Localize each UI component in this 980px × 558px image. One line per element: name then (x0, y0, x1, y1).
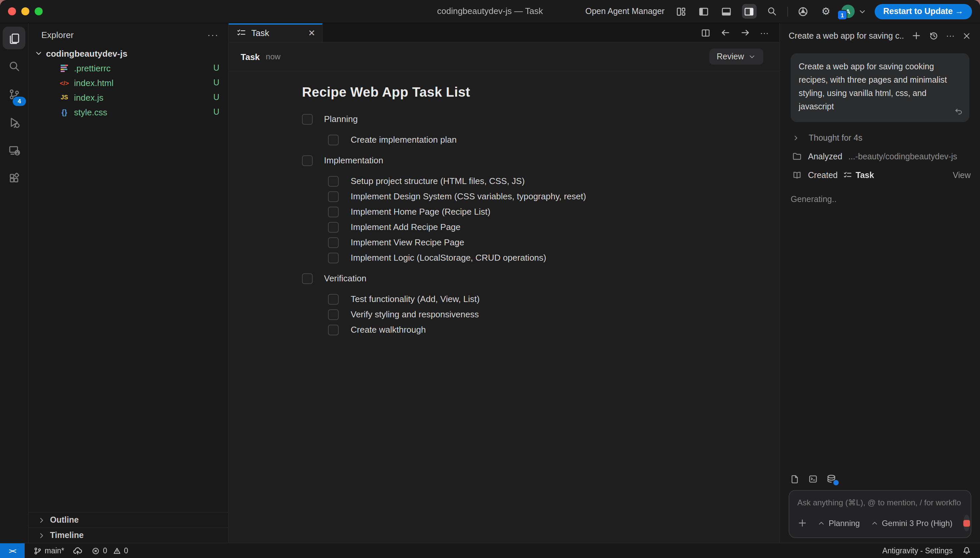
outline-section-header[interactable]: Outline (29, 512, 228, 527)
task-title: Task (241, 52, 260, 62)
toggle-secondary-sidebar-icon[interactable] (742, 4, 757, 19)
task-item-row[interactable]: Implementation (302, 153, 759, 168)
task-checkbox[interactable] (328, 222, 339, 232)
task-checkbox[interactable] (328, 206, 339, 217)
toggle-panel-icon[interactable] (719, 4, 734, 19)
navigate-back-icon[interactable] (720, 27, 731, 38)
task-item-row[interactable]: Implement Logic (LocalStorage, CRUD oper… (328, 250, 759, 265)
agent-conversation: Create a web app for saving cooking reci… (780, 48, 980, 473)
source-control-activity-icon[interactable]: 4 (3, 83, 25, 105)
model-selector[interactable]: Gemini 3 Pro (High) (870, 518, 952, 528)
analyzed-step-row[interactable]: Analyzed ...-beauty/codingbeautydev-js (789, 151, 971, 161)
task-item-row[interactable]: Create walkthrough (328, 322, 759, 337)
task-checkbox[interactable] (328, 309, 339, 320)
task-item-row[interactable]: Verification (302, 271, 759, 286)
customize-layout-icon[interactable] (674, 4, 689, 19)
task-checkbox[interactable] (302, 155, 313, 166)
task-item-row[interactable]: Implement Home Page (Recipe List) (328, 204, 759, 219)
publish-changes-icon[interactable] (73, 546, 83, 556)
explorer-more-actions-icon[interactable]: ··· (207, 30, 219, 40)
explorer-activity-icon[interactable] (3, 27, 25, 49)
task-checkbox[interactable] (328, 252, 339, 263)
task-checkbox[interactable] (302, 114, 313, 124)
user-message-bubble[interactable]: Create a web app for saving cooking reci… (791, 53, 969, 122)
task-item-row[interactable]: Setup project structure (HTML files, CSS… (328, 173, 759, 189)
timeline-section-header[interactable]: Timeline (29, 527, 228, 543)
problems-item[interactable]: 0 0 (92, 547, 128, 555)
file-name: style.css (74, 107, 209, 117)
terminal-icon[interactable] (808, 474, 818, 484)
tab-close-icon[interactable]: ✕ (308, 28, 315, 38)
tree-root-folder[interactable]: codingbeautydev-js (29, 46, 228, 61)
css-file-icon: {} (59, 107, 69, 117)
remote-explorer-activity-icon[interactable] (3, 139, 25, 161)
git-branch-item[interactable]: main* (33, 547, 64, 555)
mode-selector[interactable]: Planning (817, 518, 860, 528)
editor-more-actions-icon[interactable]: ··· (760, 28, 769, 38)
created-step-row[interactable]: Created Task View (789, 170, 971, 180)
extensions-activity-icon[interactable] (3, 167, 25, 189)
knowledge-base-icon[interactable] (826, 473, 837, 484)
agent-more-actions-icon[interactable]: ··· (946, 31, 955, 41)
checklist-icon (844, 171, 852, 179)
toggle-primary-sidebar-icon[interactable] (696, 4, 711, 19)
task-item-row[interactable]: Verify styling and responsiveness (328, 307, 759, 322)
chat-input-box[interactable]: Planning Gemini 3 Pro (High) (789, 490, 971, 538)
browser-icon[interactable] (796, 4, 811, 19)
stop-generation-button[interactable] (963, 515, 970, 531)
navigate-forward-icon[interactable] (740, 27, 751, 38)
view-link[interactable]: View (953, 170, 971, 180)
restart-to-update-button[interactable]: Restart to Update → (875, 4, 972, 19)
tab-task[interactable]: Task ✕ (229, 23, 323, 42)
task-checkbox[interactable] (328, 294, 339, 304)
task-checkbox[interactable] (302, 273, 313, 284)
account-avatar[interactable]: A 1 (841, 5, 855, 18)
chevron-up-icon (870, 519, 878, 527)
settings-gear-icon[interactable]: ⚙ (819, 4, 833, 19)
task-checkbox[interactable] (328, 191, 339, 202)
history-icon[interactable] (929, 31, 939, 41)
notifications-bell-icon[interactable] (962, 546, 971, 555)
task-checkbox[interactable] (328, 237, 339, 248)
close-panel-icon[interactable] (962, 31, 971, 40)
task-label: Implementation (324, 155, 383, 165)
minimize-window-button[interactable] (21, 7, 29, 15)
file-row-style-css[interactable]: {} style.css U (29, 105, 228, 119)
agent-panel-header: Create a web app for saving c... ··· (780, 23, 980, 48)
task-item-row[interactable]: Implement Add Recipe Page (328, 219, 759, 235)
file-name: .prettierrc (74, 63, 209, 73)
document-heading: Recipe Web App Task List (302, 85, 759, 100)
account-chevron-down-icon[interactable] (858, 7, 867, 16)
run-debug-activity-icon[interactable] (3, 111, 25, 133)
split-editor-icon[interactable] (701, 28, 711, 38)
task-label: Test functionality (Add, View, List) (351, 294, 480, 304)
close-window-button[interactable] (8, 7, 16, 15)
add-context-icon[interactable] (797, 518, 807, 528)
remote-indicator[interactable]: >< (0, 543, 25, 558)
task-item-row[interactable]: Implement View Recipe Page (328, 235, 759, 250)
task-item-row[interactable]: Planning (302, 112, 759, 127)
review-button[interactable]: Review (710, 49, 763, 65)
step-target-task: Task (855, 170, 874, 180)
file-name: index.js (74, 92, 209, 102)
task-checkbox[interactable] (328, 176, 339, 186)
thought-row[interactable]: Thought for 4s (789, 133, 971, 143)
search-icon[interactable] (765, 4, 779, 19)
file-row-prettierrc[interactable]: .prettierrc U (29, 61, 228, 75)
task-item-row[interactable]: Create implementation plan (328, 132, 759, 147)
search-activity-icon[interactable] (3, 55, 25, 77)
file-row-index-js[interactable]: JS index.js U (29, 90, 228, 105)
task-item-row[interactable]: Implement Design System (CSS variables, … (328, 189, 759, 204)
zoom-window-button[interactable] (34, 7, 43, 15)
undo-icon[interactable] (954, 107, 963, 116)
file-row-index-html[interactable]: </> index.html U (29, 75, 228, 90)
open-agent-manager-button[interactable]: Open Agent Manager (585, 7, 665, 16)
new-conversation-icon[interactable] (911, 31, 921, 41)
chat-input[interactable] (797, 498, 964, 507)
task-checkbox[interactable] (328, 135, 339, 145)
attach-file-icon[interactable] (790, 474, 800, 484)
settings-status-item[interactable]: Antigravity - Settings (882, 547, 953, 555)
task-item-row[interactable]: Test functionality (Add, View, List) (328, 291, 759, 307)
task-group-implementation: Implementation Setup project structure (… (302, 153, 759, 265)
task-checkbox[interactable] (328, 324, 339, 335)
